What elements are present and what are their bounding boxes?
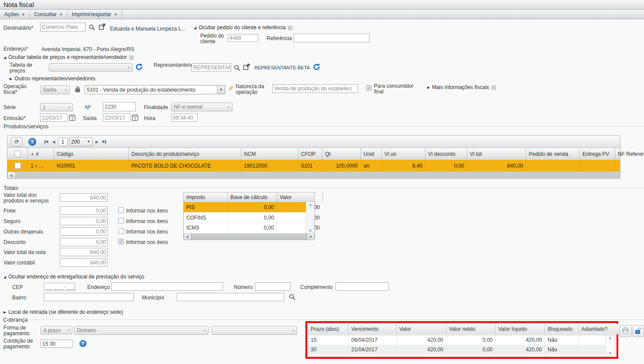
- toggle-outros-representantes[interactable]: ▶ Outros representantes/vendedores: [10, 76, 96, 82]
- toggle-local-retirada[interactable]: ▶ Local de retirada (se diferente do end…: [3, 309, 123, 315]
- valor-total-nota-input[interactable]: 840,00: [60, 248, 108, 256]
- help-icon[interactable]: ?: [79, 340, 86, 347]
- col-pedido-venda[interactable]: Pedido de venda: [526, 148, 580, 160]
- refresh-icon[interactable]: [313, 63, 320, 72]
- products-hscrollbar[interactable]: <: [7, 172, 620, 179]
- page-input[interactable]: 1: [58, 137, 68, 146]
- search-icon[interactable]: [234, 65, 240, 72]
- next-page-icon[interactable]: ▶: [94, 140, 100, 144]
- col-vlun[interactable]: Vl un: [382, 148, 425, 160]
- referencia-input[interactable]: [293, 34, 370, 42]
- page-size-select[interactable]: 200▼: [69, 137, 92, 146]
- frete-informar-checkbox[interactable]: [118, 207, 124, 213]
- desconto-input[interactable]: 0,00: [60, 238, 108, 246]
- last-page-icon[interactable]: ▶: [101, 139, 107, 144]
- endereco-entrega-input[interactable]: [111, 282, 223, 291]
- col-imposto[interactable]: Imposto: [184, 192, 228, 202]
- col-valor-retido[interactable]: Valor retido: [446, 324, 496, 334]
- print-installments-button[interactable]: [620, 325, 631, 337]
- grid-refresh-button[interactable]: ⟳: [11, 137, 22, 147]
- installment-row[interactable]: 30 21/04/2017 420,00 0,00 420,00 Não: [308, 345, 606, 354]
- taxes-vscrollbar[interactable]: ∧ ∨: [306, 202, 315, 234]
- numero-entrega-input[interactable]: [255, 282, 291, 291]
- col-valor[interactable]: Valor: [277, 192, 323, 202]
- consumidor-final-checkbox[interactable]: ✓: [366, 85, 372, 91]
- operacao-fiscal-select[interactable]: 5101 - Venda de produção do estabelecime…: [85, 85, 225, 94]
- col-unid[interactable]: Unid: [361, 148, 382, 160]
- installments-vscrollbar[interactable]: ∧ ∨: [606, 335, 614, 356]
- municipio-input[interactable]: [177, 293, 284, 301]
- menu-imprimir-exportar[interactable]: Imprimir/exportar▼: [68, 10, 123, 19]
- toggle-endereco-entrega[interactable]: ◢ Ocultar endereço de entrega/local de p…: [3, 274, 144, 280]
- calendar-icon[interactable]: 3: [132, 114, 138, 122]
- toggle-pedido-referencia[interactable]: ◢ Ocultar pedido do cliente e referência…: [194, 24, 293, 31]
- valor-total-produtos-input[interactable]: 840,00: [60, 193, 108, 202]
- tax-row-cofins[interactable]: COFINS 0,00 0,00: [184, 212, 306, 223]
- col-descricao[interactable]: Descrição do produto/serviço: [129, 148, 241, 160]
- col-nf-referenciada[interactable]: NF Referenciada: [615, 148, 644, 160]
- scroll-down-icon[interactable]: ∨: [309, 228, 312, 233]
- col-ncm[interactable]: NCM: [241, 148, 298, 160]
- col-valor-liquido[interactable]: Valor líquido: [496, 324, 545, 334]
- desconto-informar-checkbox[interactable]: ✓: [118, 239, 124, 244]
- col-qt[interactable]: Qt: [322, 148, 361, 160]
- menu-acoes[interactable]: Ações▼: [0, 10, 30, 19]
- representante-link[interactable]: REPRESENTANTE BETA: [254, 65, 310, 70]
- col-vencimento[interactable]: Vencimento: [349, 324, 397, 334]
- unlock-installments-button[interactable]: [633, 325, 644, 337]
- prazo-select[interactable]: A prazo ∨: [41, 326, 72, 334]
- serie-select[interactable]: 1 ∨: [40, 103, 73, 111]
- search-icon[interactable]: [89, 24, 95, 32]
- direcao-select[interactable]: Saída ∨: [40, 86, 70, 94]
- destinatario-link[interactable]: Eduarda e Manuela Limpeza L...: [110, 26, 185, 32]
- row-expand-icon[interactable]: ∧: [35, 164, 38, 168]
- row-checkbox[interactable]: [14, 162, 21, 169]
- outras-informar-checkbox[interactable]: [118, 228, 124, 234]
- col-vldesconto[interactable]: Vl desconto: [425, 148, 467, 160]
- scroll-thumb[interactable]: [192, 234, 307, 240]
- numero-input[interactable]: 2230: [103, 102, 136, 111]
- col-prazo[interactable]: Prazo (dias): [308, 324, 349, 334]
- toggle-tabela-precos[interactable]: ◢ Ocultar tabela de preços e representan…: [3, 54, 134, 60]
- external-link-icon[interactable]: [99, 24, 106, 31]
- saida-input[interactable]: 22/03/17: [103, 113, 130, 122]
- col-vltot[interactable]: Vl tot: [467, 148, 526, 160]
- select-all-checkbox[interactable]: [14, 151, 21, 157]
- valor-contabil-input[interactable]: 840,00: [60, 258, 108, 267]
- scroll-down-icon[interactable]: ∨: [609, 351, 612, 355]
- external-link-icon[interactable]: [243, 64, 250, 72]
- scroll-up-icon[interactable]: ∧: [609, 336, 612, 340]
- hora-input[interactable]: 09:34:40: [171, 113, 198, 122]
- seguro-input[interactable]: 0,00: [60, 217, 108, 225]
- representante-input[interactable]: REPRESENTANT: [192, 63, 231, 72]
- help-icon[interactable]: ?: [28, 138, 36, 146]
- finalidade-select[interactable]: NF-e normal ∨: [171, 103, 233, 111]
- scroll-up-icon[interactable]: ∧: [309, 203, 312, 207]
- first-page-icon[interactable]: ◀: [43, 139, 49, 144]
- frete-input[interactable]: 0,00: [60, 206, 108, 215]
- cep-input[interactable]: __.___-___: [44, 283, 75, 291]
- scroll-left-button[interactable]: <: [184, 234, 192, 240]
- pencil-icon[interactable]: ✎: [228, 85, 234, 93]
- tabela-precos-select[interactable]: ∨: [49, 63, 133, 72]
- prev-page-icon[interactable]: ◀: [51, 140, 57, 144]
- scroll-left-button[interactable]: <: [7, 172, 16, 179]
- complemento-input[interactable]: [336, 282, 389, 291]
- col-codigo[interactable]: Código: [54, 148, 129, 160]
- bairro-input[interactable]: [44, 293, 134, 301]
- seguro-informar-checkbox[interactable]: [118, 218, 124, 223]
- meio-pagamento2-select[interactable]: ∨: [212, 326, 297, 335]
- tax-row-pis[interactable]: PIS 0,00 0,00: [184, 202, 306, 212]
- row-more-icon[interactable]: ...: [39, 163, 43, 169]
- emissao-input[interactable]: 22/03/17: [40, 113, 68, 122]
- natureza-operacao-input[interactable]: Venda de produção do estabeleci: [272, 84, 358, 93]
- col-cfop[interactable]: CFOP: [298, 148, 322, 160]
- calendar-icon[interactable]: 3: [69, 114, 75, 122]
- meio-pagamento-select[interactable]: Dinheiro ∨: [74, 326, 209, 335]
- pedido-cliente-input[interactable]: 4488: [228, 34, 258, 42]
- destinatario-input[interactable]: Comércio Plata: [40, 23, 86, 31]
- refresh-icon[interactable]: [135, 63, 143, 72]
- toggle-mais-informacoes[interactable]: ▶ Mais informações fiscais ▤: [427, 84, 496, 90]
- col-base-calculo[interactable]: Base de cálculo: [228, 192, 277, 202]
- condicao-pagamento-input[interactable]: 15 30: [41, 340, 72, 348]
